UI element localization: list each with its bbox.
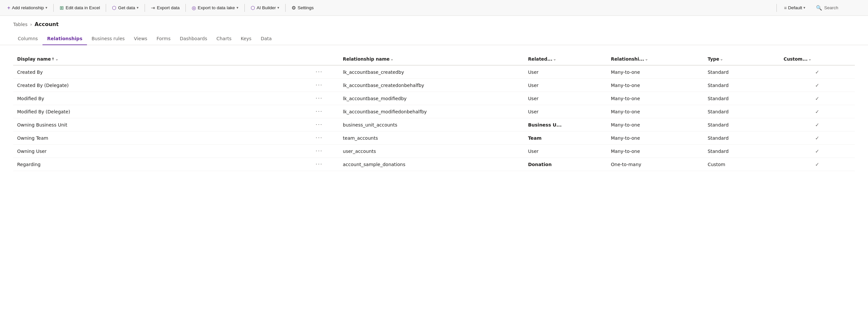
cell-dots-6[interactable]: ··· [300,145,339,158]
separator-2 [106,4,106,12]
row-context-menu-6[interactable]: ··· [314,147,324,155]
tab-views[interactable]: Views [129,33,152,45]
cell-dots-0[interactable]: ··· [300,65,339,79]
sort-reltype[interactable]: Relationshi... ⌄ [611,56,648,62]
table-row: Created By ··· lk_accountbase_createdby … [13,65,855,79]
export-lake-button[interactable]: ◎ Export to data lake ▾ [188,3,242,13]
cell-rel-type-4: Many-to-one [607,118,704,132]
export-lake-label: Export to data lake [198,5,235,10]
custom-checkmark-5: ✓ [815,135,819,141]
row-context-menu-0[interactable]: ··· [314,68,324,76]
search-icon: 🔍 [816,5,822,11]
cell-related-1: User [524,79,607,92]
tab-charts[interactable]: Charts [212,33,236,45]
add-relationship-button[interactable]: + Add relationship ▾ [4,3,51,13]
row-context-menu-1[interactable]: ··· [314,81,324,89]
cell-custom-2: ✓ [780,92,855,105]
edit-excel-button[interactable]: ⊞ Edit data in Excel [56,3,103,13]
cell-rel-name-0: lk_accountbase_createdby [339,65,524,79]
ai-builder-label: AI Builder [257,5,276,10]
col-header-display-name: Display name ↑ ⌄ [13,53,300,65]
get-data-dropdown-icon: ▾ [137,6,139,10]
edit-excel-label: Edit data in Excel [66,5,100,10]
custom-checkmark-2: ✓ [815,95,819,102]
get-data-icon: ⬡ [112,5,116,11]
cell-custom-6: ✓ [780,145,855,158]
toolbar-right: ≡ Default ▾ 🔍 Search [775,3,864,13]
export-lake-dropdown-icon: ▾ [237,6,239,10]
search-label: Search [824,5,838,10]
tab-business-rules[interactable]: Business rules [87,33,129,45]
add-relationship-label: Add relationship [12,5,44,10]
table-row: Modified By ··· lk_accountbase_modifiedb… [13,92,855,105]
cell-custom-7: ✓ [780,158,855,171]
cell-display-name-3: Modified By (Delegate) [13,105,300,118]
sort-type[interactable]: Type ⌄ [708,56,723,62]
sort-related[interactable]: Related... ⌄ [528,56,556,62]
tab-relationships[interactable]: Relationships [42,33,87,45]
settings-label: Settings [298,5,314,10]
cell-custom-3: ✓ [780,105,855,118]
cell-rel-type-6: Many-to-one [607,145,704,158]
row-context-menu-5[interactable]: ··· [314,134,324,142]
cell-dots-4[interactable]: ··· [300,118,339,132]
sort-display-name[interactable]: Display name ↑ ⌄ [17,56,59,62]
cell-type-3: Standard [704,105,780,118]
sort-custom[interactable]: Custom... ⌄ [784,56,812,62]
cell-rel-name-7: account_sample_donations [339,158,524,171]
tab-data[interactable]: Data [256,33,276,45]
settings-button[interactable]: ⚙ Settings [288,3,317,13]
default-label: Default [788,5,802,10]
tab-columns[interactable]: Columns [13,33,42,45]
row-context-menu-4[interactable]: ··· [314,121,324,128]
default-button[interactable]: ≡ Default ▾ [781,3,809,12]
row-context-menu-3[interactable]: ··· [314,108,324,115]
cell-dots-5[interactable]: ··· [300,132,339,145]
cell-related-2: User [524,92,607,105]
cell-type-1: Standard [704,79,780,92]
table-row: Owning User ··· user_accounts User Many-… [13,145,855,158]
row-context-menu-2[interactable]: ··· [314,94,324,102]
cell-type-2: Standard [704,92,780,105]
table-container: Display name ↑ ⌄ Relationship name ⌄ Rel… [0,45,868,179]
cell-display-name-4: Owning Business Unit [13,118,300,132]
row-context-menu-7[interactable]: ··· [314,161,324,168]
default-dropdown-icon: ▾ [803,6,805,10]
custom-checkmark-6: ✓ [815,148,819,154]
cell-display-name-2: Modified By [13,92,300,105]
cell-dots-7[interactable]: ··· [300,158,339,171]
ai-builder-button[interactable]: ⬡ AI Builder ▾ [247,3,283,13]
search-button[interactable]: 🔍 Search [811,3,864,13]
add-icon: + [7,5,10,11]
sort-custom-chevron: ⌄ [808,57,812,61]
table-row: Regarding ··· account_sample_donations D… [13,158,855,171]
tab-dashboards[interactable]: Dashboards [175,33,212,45]
ai-builder-dropdown-icon: ▾ [277,6,279,10]
cell-type-6: Standard [704,145,780,158]
cell-custom-0: ✓ [780,65,855,79]
cell-rel-type-1: Many-to-one [607,79,704,92]
cell-custom-1: ✓ [780,79,855,92]
col-header-reltype: Relationshi... ⌄ [607,53,704,65]
get-data-button[interactable]: ⬡ Get data ▾ [109,3,142,13]
separator-5 [244,4,245,12]
get-data-label: Get data [118,5,135,10]
sort-reltype-chevron: ⌄ [645,57,648,61]
table-header: Display name ↑ ⌄ Relationship name ⌄ Rel… [13,53,855,65]
sort-rel-name[interactable]: Relationship name ⌄ [343,56,394,62]
ai-builder-icon: ⬡ [251,5,255,11]
tab-keys[interactable]: Keys [236,33,256,45]
cell-custom-4: ✓ [780,118,855,132]
breadcrumb-separator: › [30,22,32,27]
separator-7 [776,4,777,12]
table-row: Owning Business Unit ··· business_unit_a… [13,118,855,132]
cell-dots-3[interactable]: ··· [300,105,339,118]
cell-dots-1[interactable]: ··· [300,79,339,92]
tab-forms[interactable]: Forms [152,33,175,45]
cell-display-name-7: Regarding [13,158,300,171]
breadcrumb-parent[interactable]: Tables [13,22,28,27]
cell-dots-2[interactable]: ··· [300,92,339,105]
col-header-related: Related... ⌄ [524,53,607,65]
sort-display-chevron: ⌄ [55,57,59,61]
export-data-button[interactable]: ⇥ Export data [148,3,183,13]
